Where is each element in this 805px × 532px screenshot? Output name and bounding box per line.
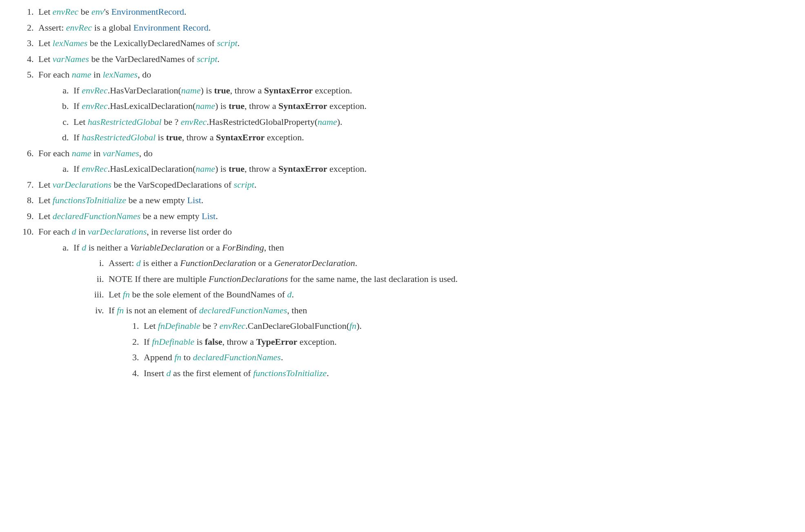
substeps-10a-iv: Let fnDefinable be ? envRec.CanDeclareGl… xyxy=(109,318,789,381)
link-list[interactable]: List xyxy=(187,195,201,205)
step-10: For each d in varDeclarations, in revers… xyxy=(36,224,789,381)
var-script: script xyxy=(217,38,237,48)
algorithm-steps: Let envRec be env's EnvironmentRecord. A… xyxy=(16,4,789,381)
step-3: Let lexNames be the LexicallyDeclaredNam… xyxy=(36,35,789,51)
step-6: For each name in varNames, do If envRec.… xyxy=(36,146,789,177)
step-7: Let varDeclarations be the VarScopedDecl… xyxy=(36,177,789,193)
var-varnames: varNames xyxy=(53,54,89,64)
step-6a: If envRec.HasLexicalDeclaration(name) is… xyxy=(71,161,789,177)
step-5b: If envRec.HasLexicalDeclaration(name) is… xyxy=(71,98,789,114)
step-4: Let varNames be the VarDeclaredNames of … xyxy=(36,51,789,67)
step-10a-i: Assert: d is either a FunctionDeclaratio… xyxy=(106,255,789,271)
substeps-6: If envRec.HasLexicalDeclaration(name) is… xyxy=(38,161,789,177)
step-5c: Let hasRestrictedGlobal be ? envRec.HasR… xyxy=(71,114,789,130)
var-env: env xyxy=(91,7,104,17)
var-lexnames: lexNames xyxy=(103,69,138,80)
var-script: script xyxy=(197,54,217,64)
step-10a-iv: If fn is not an element of declaredFunct… xyxy=(106,303,789,381)
var-lexnames: lexNames xyxy=(53,38,88,48)
step-10a: If d is neither a VariableDeclaration or… xyxy=(71,240,789,381)
step-5a: If envRec.HasVarDeclaration(name) is tru… xyxy=(71,83,789,99)
step-9: Let declaredFunctionNames be a new empty… xyxy=(36,208,789,224)
step-10a-iv-2: If fnDefinable is false, throw a TypeErr… xyxy=(141,334,789,350)
substeps-10: If d is neither a VariableDeclaration or… xyxy=(38,240,789,381)
substeps-5: If envRec.HasVarDeclaration(name) is tru… xyxy=(38,83,789,146)
link-environment-record[interactable]: EnvironmentRecord xyxy=(111,7,184,17)
link-environment-record[interactable]: Environment Record xyxy=(133,22,209,33)
var-envrec: envRec xyxy=(66,22,92,33)
step-5: For each name in lexNames, do If envRec.… xyxy=(36,67,789,146)
link-list[interactable]: List xyxy=(202,211,216,221)
step-8: Let functionsToInitialize be a new empty… xyxy=(36,193,789,208)
substeps-10a: Assert: d is either a FunctionDeclaratio… xyxy=(73,255,789,381)
step-10a-iv-1: Let fnDefinable be ? envRec.CanDeclareGl… xyxy=(141,318,789,334)
var-name: name xyxy=(72,69,91,80)
step-10a-iv-3: Append fn to declaredFunctionNames. xyxy=(141,350,789,366)
step-5d: If hasRestrictedGlobal is true, throw a … xyxy=(71,130,789,146)
step-10a-iv-4: Insert d as the first element of functio… xyxy=(141,366,789,381)
step-10a-iii: Let fn be the sole element of the BoundN… xyxy=(106,287,789,303)
step-1: Let envRec be env's EnvironmentRecord. xyxy=(36,4,789,20)
step-10a-ii: NOTE If there are multiple FunctionDecla… xyxy=(106,271,789,287)
var-envrec: envRec xyxy=(53,7,79,17)
step-2: Assert: envRec is a global Environment R… xyxy=(36,20,789,36)
